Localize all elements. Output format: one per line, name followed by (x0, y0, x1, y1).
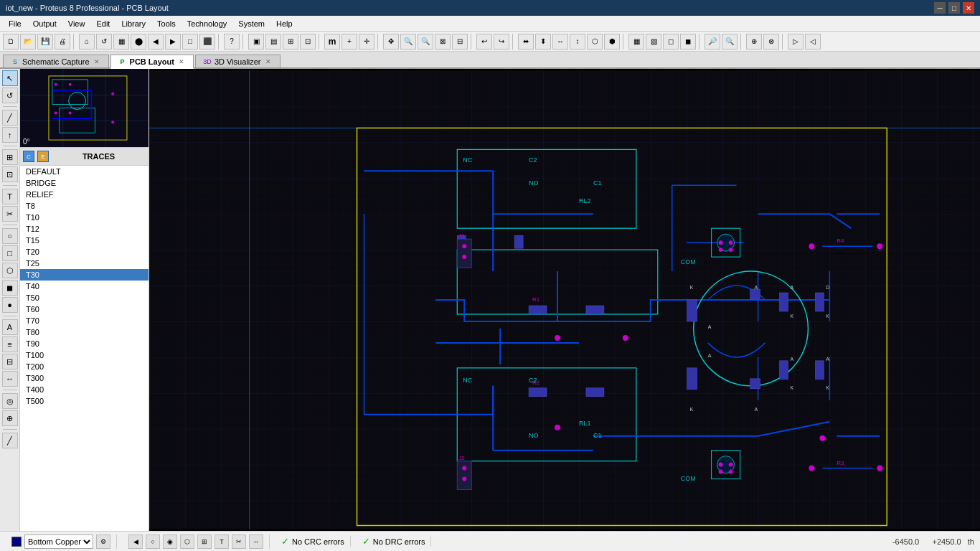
maximize-button[interactable]: □ (948, 2, 960, 14)
lt-label[interactable]: ≡ (2, 336, 18, 352)
layer-item-t12[interactable]: T12 (20, 223, 149, 235)
nav-btn-7[interactable]: ✂ (232, 534, 246, 549)
tb-x1[interactable]: □ (182, 34, 198, 50)
layer-item-t100[interactable]: T100 (20, 349, 149, 361)
layer-item-bridge[interactable]: BRIDGE (20, 177, 149, 189)
tb-plus[interactable]: + (341, 34, 357, 50)
tab-schematic[interactable]: S Schematic Capture ✕ (3, 55, 109, 67)
lt-rotate[interactable]: ↺ (2, 88, 18, 103)
lt-tag[interactable]: ⊟ (2, 354, 18, 369)
tb-h1[interactable]: ▷ (788, 34, 804, 50)
menu-view[interactable]: View (62, 16, 91, 31)
viz3d-tab-close[interactable]: ✕ (264, 57, 273, 66)
tb-netlist[interactable]: ⬤ (131, 34, 146, 50)
tb-home[interactable]: ⌂ (79, 34, 95, 50)
lt-line[interactable]: ╱ (2, 110, 18, 126)
lt-poly[interactable]: ⬡ (2, 263, 18, 278)
layer-dropdown[interactable]: Bottom Copper (24, 534, 93, 549)
tb-r2[interactable]: ▤ (265, 34, 281, 50)
lt-arrow[interactable]: ↑ (2, 127, 18, 143)
layer-item-t8[interactable]: T8 (20, 200, 149, 212)
tb-print[interactable]: 🖨 (55, 34, 70, 50)
tb-d6[interactable]: ⬢ (604, 34, 620, 50)
layer-item-t70[interactable]: T70 (20, 315, 149, 326)
layers-e-button[interactable]: E (37, 151, 49, 162)
tb-d4[interactable]: ↕ (570, 34, 585, 50)
lt-scissor[interactable]: ✂ (2, 206, 18, 222)
lt-fill[interactable]: ◼ (2, 280, 18, 296)
tb-zoom-out[interactable]: 🔍 (418, 34, 433, 50)
tb-cross[interactable]: ✛ (359, 34, 374, 50)
tb-fwd[interactable]: ▶ (165, 34, 181, 50)
lt-pin[interactable]: ⊡ (2, 166, 18, 182)
lt-bus[interactable]: T (2, 189, 18, 204)
tb-zoom-in[interactable]: 🔍 (400, 34, 416, 50)
tb-m[interactable]: m (324, 34, 340, 50)
lt-pad[interactable]: ⊕ (2, 410, 18, 426)
nav-btn-1[interactable]: ◀ (128, 534, 143, 549)
layer-item-t300[interactable]: T300 (20, 372, 149, 384)
layer-item-t60[interactable]: T60 (20, 303, 149, 315)
layer-item-t80[interactable]: T80 (20, 326, 149, 338)
menu-file[interactable]: File (3, 16, 27, 31)
layer-item-t500[interactable]: T500 (20, 395, 149, 407)
layer-item-t400[interactable]: T400 (20, 384, 149, 395)
lt-dot[interactable]: ● (2, 297, 18, 313)
close-button[interactable]: ✕ (963, 2, 974, 14)
tb-f2[interactable]: 🔍 (722, 34, 738, 50)
tab-pcb[interactable]: P PCB Layout ✕ (110, 55, 194, 69)
lt-via[interactable]: ◎ (2, 393, 18, 409)
minimize-button[interactable]: ─ (934, 2, 946, 14)
nav-btn-3[interactable]: ◉ (163, 534, 177, 549)
menu-system[interactable]: System (232, 16, 270, 31)
tb-f1[interactable]: 🔎 (705, 34, 720, 50)
lt-dim[interactable]: ↔ (2, 371, 18, 387)
tab-3d[interactable]: 3D 3D Visualizer ✕ (195, 55, 281, 67)
nav-btn-8[interactable]: ↔ (249, 534, 263, 549)
tb-open[interactable]: 📂 (20, 34, 36, 50)
tb-d3[interactable]: ↔ (552, 34, 568, 50)
tb-snap[interactable]: ⊡ (300, 34, 316, 50)
layer-item-t20[interactable]: T20 (20, 246, 149, 258)
tb-help[interactable]: ? (224, 34, 240, 50)
pcb-tab-close[interactable]: ✕ (177, 57, 186, 66)
nav-btn-6[interactable]: T (215, 534, 229, 549)
layer-item-t200[interactable]: T200 (20, 361, 149, 372)
layer-item-relief[interactable]: RELIEF (20, 189, 149, 200)
layers-c-button[interactable]: C (23, 151, 34, 162)
lt-circle[interactable]: ○ (2, 228, 18, 244)
layer-settings-btn[interactable]: ⚙ (96, 534, 110, 549)
tb-d1[interactable]: ⬌ (518, 34, 534, 50)
tb-e2[interactable]: ▧ (646, 34, 661, 50)
lt-component[interactable]: ⊞ (2, 149, 18, 165)
tb-zoom-sel[interactable]: ⊟ (452, 34, 468, 50)
tb-grid[interactable]: ⊞ (283, 34, 298, 50)
layer-item-t25[interactable]: T25 (20, 258, 149, 269)
lt-measure[interactable]: ╱ (2, 433, 18, 448)
tb-g2[interactable]: ⊗ (763, 34, 779, 50)
tb-e4[interactable]: ◼ (680, 34, 696, 50)
tb-r1[interactable]: ▣ (248, 34, 264, 50)
tb-g1[interactable]: ⊕ (746, 34, 762, 50)
layer-item-default[interactable]: DEFAULT (20, 166, 149, 177)
tb-save[interactable]: 💾 (37, 34, 53, 50)
nav-btn-4[interactable]: ⬡ (180, 534, 194, 549)
tb-zoom-fit[interactable]: ⊠ (435, 34, 451, 50)
tb-back[interactable]: ◀ (148, 34, 164, 50)
tb-refresh[interactable]: ↺ (96, 34, 112, 50)
nav-btn-2[interactable]: ○ (146, 534, 160, 549)
tb-pan[interactable]: ✥ (383, 34, 399, 50)
layer-item-t40[interactable]: T40 (20, 281, 149, 292)
tb-redo[interactable]: ↪ (494, 34, 509, 50)
lt-text[interactable]: A (2, 319, 18, 335)
menu-help[interactable]: Help (270, 16, 298, 31)
tb-d2[interactable]: ⬍ (535, 34, 551, 50)
pcb-canvas[interactable]: J1 J2 R4 R3 NC C2 COM NO C1 (149, 69, 980, 531)
tb-x2[interactable]: ⬛ (199, 34, 215, 50)
layer-item-t30[interactable]: T30 (20, 269, 149, 281)
tb-h2[interactable]: ◁ (805, 34, 821, 50)
menu-tools[interactable]: Tools (151, 16, 182, 31)
menu-library[interactable]: Library (116, 16, 151, 31)
lt-rect[interactable]: □ (2, 245, 18, 261)
menu-edit[interactable]: Edit (90, 16, 116, 31)
